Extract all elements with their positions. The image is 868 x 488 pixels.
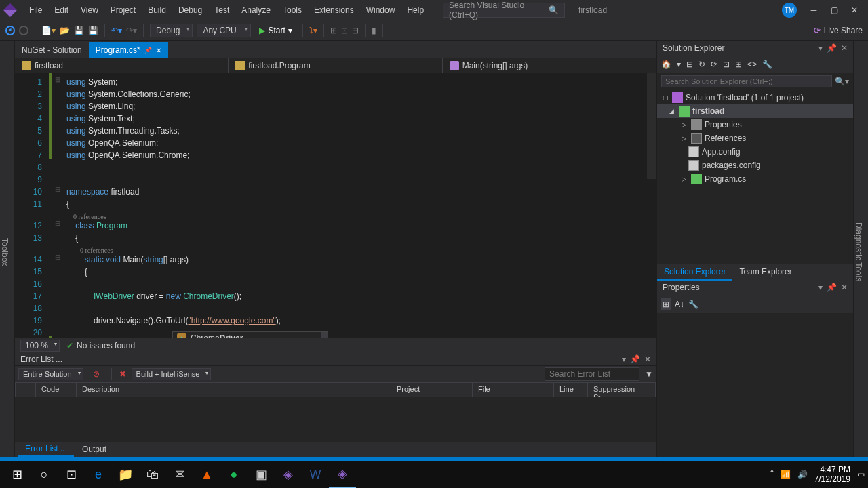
word-icon[interactable]: W — [302, 461, 329, 488]
tray-expand-icon[interactable]: ˆ — [771, 470, 774, 479]
config-dropdown[interactable]: Debug — [150, 24, 193, 37]
sync-icon[interactable]: ↻ — [698, 60, 705, 69]
bottom-tab-error-list[interactable]: Error List ... — [18, 442, 74, 457]
nav-method-dropdown[interactable]: Main(string[] args) — [443, 58, 656, 73]
zoom-dropdown[interactable]: 100 % — [20, 340, 60, 352]
maximize-button[interactable]: ▢ — [824, 0, 844, 20]
panel-pin-icon[interactable]: 📌 — [630, 354, 640, 364]
start-button[interactable]: ⊞ — [3, 461, 31, 488]
menu-file[interactable]: File — [24, 2, 47, 18]
clock[interactable]: 4:47 PM 7/12/2019 — [814, 465, 850, 485]
close-tab-icon[interactable]: ✕ — [156, 47, 161, 54]
bottom-tab-output[interactable]: Output — [75, 443, 113, 456]
wrench-icon[interactable]: 🔧 — [688, 300, 698, 309]
mail-icon[interactable]: ✉ — [166, 461, 193, 488]
start-button[interactable]: ▶Start▾ — [255, 24, 296, 37]
step-into-icon[interactable]: ⤵▾ — [309, 26, 317, 35]
collapse-all-icon[interactable]: ⊟ — [686, 60, 693, 69]
menu-project[interactable]: Project — [105, 2, 141, 18]
terminal-icon[interactable]: ▣ — [248, 461, 275, 488]
refresh-icon[interactable]: ⟳ — [711, 60, 717, 69]
panel-dropdown-icon[interactable]: ▾ — [622, 354, 626, 364]
home-icon[interactable]: 🏠 — [661, 60, 671, 69]
nav-class-dropdown[interactable]: firstload.Program — [229, 58, 442, 73]
menu-build[interactable]: Build — [142, 2, 172, 18]
tab-program-cs[interactable]: Program.cs* 📌 ✕ — [89, 42, 168, 58]
panel-close-icon[interactable]: ✕ — [841, 43, 848, 53]
wrench-icon[interactable]: 🔧 — [762, 60, 772, 69]
open-file-icon[interactable]: 📂 — [60, 26, 70, 35]
notifications-icon[interactable]: ▭ — [857, 470, 865, 479]
tab-team-explorer[interactable]: Team Explorer — [732, 264, 798, 281]
vertical-scrollbar[interactable] — [647, 73, 656, 338]
panel-close-icon[interactable]: ✕ — [841, 283, 848, 293]
nav-back-icon[interactable] — [5, 26, 15, 35]
code-editor[interactable]: 123456789 101112131415161718192021222324… — [15, 73, 656, 338]
redo-icon[interactable]: ↷▾ — [126, 26, 137, 35]
preview-icon[interactable]: <> — [747, 60, 757, 69]
menu-analyze[interactable]: Analyze — [236, 2, 276, 18]
tab-nuget[interactable]: NuGet - Solution — [15, 42, 89, 58]
menu-edit[interactable]: Edit — [49, 2, 74, 18]
menu-help[interactable]: Help — [401, 2, 429, 18]
vs-purple-icon[interactable]: ◈ — [275, 461, 302, 488]
fold-column[interactable]: ⊟⊟⊟⊟ — [52, 73, 64, 338]
vlc-icon[interactable]: ▲ — [193, 461, 220, 488]
file-explorer-icon[interactable]: 📁 — [112, 461, 139, 488]
error-source-dropdown[interactable]: Build + IntelliSense — [132, 368, 212, 380]
solution-search-input[interactable] — [661, 75, 832, 87]
properties-grid[interactable] — [657, 313, 853, 457]
intellisense-item[interactable]: ◆ChromeDriver — [173, 332, 328, 338]
live-share-button[interactable]: ⟳ Live Share — [814, 26, 863, 35]
error-filter[interactable]: ⊘ — [89, 368, 104, 380]
solution-tree[interactable]: ▢Solution 'firstload' (1 of 1 project) ◢… — [657, 89, 853, 264]
find-in-files-icon[interactable]: ⊞ — [330, 26, 337, 35]
tab-solution-explorer[interactable]: Solution Explorer — [657, 264, 732, 281]
save-all-icon[interactable]: 💾 — [88, 26, 98, 35]
edge-icon[interactable]: e — [85, 461, 112, 488]
platform-dropdown[interactable]: Any CPU — [197, 24, 251, 37]
panel-dropdown-icon[interactable]: ▾ — [818, 43, 823, 53]
menu-window[interactable]: Window — [361, 2, 401, 18]
alphabetical-icon[interactable]: A↓ — [675, 300, 684, 309]
pin-icon[interactable]: 📌 — [144, 47, 152, 54]
menu-tools[interactable]: Tools — [277, 2, 307, 18]
menu-debug[interactable]: Debug — [173, 2, 208, 18]
task-view-icon[interactable]: ⊡ — [58, 461, 85, 488]
error-list-columns[interactable]: Code Description Project File Line Suppr… — [15, 382, 656, 397]
properties-icon[interactable]: ⊞ — [735, 60, 742, 69]
nav-project-dropdown[interactable]: firstload — [15, 58, 229, 73]
menu-view[interactable]: View — [75, 2, 104, 18]
panel-dropdown-icon[interactable]: ▾ — [818, 283, 823, 293]
panel-pin-icon[interactable]: 📌 — [827, 283, 837, 293]
bookmark-icon[interactable]: ▮ — [372, 26, 376, 35]
vs-running-icon[interactable]: ◈ — [329, 461, 356, 488]
quick-launch-search[interactable]: Search Visual Studio (Ctrl+Q) 🔍 — [443, 3, 565, 18]
panel-close-icon[interactable]: ✕ — [644, 354, 651, 364]
network-icon[interactable]: 📶 — [781, 470, 791, 479]
minimize-button[interactable]: ─ — [804, 0, 824, 20]
search-icon[interactable]: ○ — [31, 461, 58, 488]
error-search-input[interactable] — [545, 367, 639, 381]
close-button[interactable]: ✕ — [844, 0, 865, 20]
search-icon[interactable]: 🔍▾ — [835, 77, 849, 86]
filter-icon[interactable]: ▼ — [645, 369, 653, 379]
store-icon[interactable]: 🛍 — [139, 461, 166, 488]
undo-icon[interactable]: ↶▾ — [111, 26, 122, 35]
comment-icon[interactable]: ⊡ — [341, 26, 348, 35]
menu-extensions[interactable]: Extensions — [309, 2, 359, 18]
diagnostic-tools-rail[interactable]: Diagnostic Tools — [853, 41, 868, 457]
nav-forward-icon[interactable] — [19, 26, 28, 35]
save-icon[interactable]: 💾 — [74, 26, 84, 35]
toolbox-rail[interactable]: Toolbox — [0, 41, 15, 457]
error-scope-dropdown[interactable]: Entire Solution — [18, 368, 83, 380]
volume-icon[interactable]: 🔊 — [797, 470, 808, 479]
intellisense-scrollbar[interactable] — [321, 332, 328, 338]
categorize-icon[interactable]: ⊞ — [661, 298, 671, 310]
show-all-icon[interactable]: ⊡ — [723, 60, 730, 69]
menu-test[interactable]: Test — [209, 2, 235, 18]
panel-pin-icon[interactable]: 📌 — [827, 43, 837, 53]
uncomment-icon[interactable]: ⊟ — [352, 26, 359, 35]
spotify-icon[interactable]: ● — [220, 461, 248, 488]
new-project-icon[interactable]: 📄▾ — [41, 26, 56, 35]
